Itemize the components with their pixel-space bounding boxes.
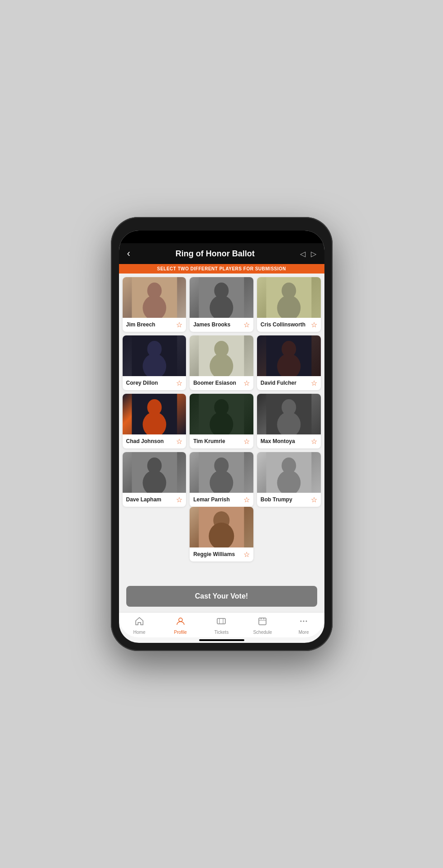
player-card-boomer-esiason[interactable]: Boomer Esiason ☆ bbox=[190, 335, 253, 390]
svg-rect-43 bbox=[259, 618, 266, 625]
prev-arrow[interactable]: ◁ bbox=[300, 250, 305, 258]
profile-label: Profile bbox=[174, 630, 187, 635]
player-info-bob-trumpy: Bob Trumpy ☆ bbox=[257, 493, 321, 507]
player-name-james-brooks: James Brooks bbox=[193, 321, 242, 329]
player-photo-dave-lapham bbox=[123, 452, 186, 493]
player-name-chad-johnson: Chad Johnson bbox=[126, 438, 175, 445]
player-card-dave-lapham[interactable]: Dave Lapham ☆ bbox=[123, 452, 186, 507]
player-info-lemar-parrish: Lemar Parrish ☆ bbox=[190, 493, 253, 507]
player-name-bob-trumpy: Bob Trumpy bbox=[261, 496, 309, 504]
notch bbox=[195, 232, 249, 241]
last-row: Reggie Williams ☆ bbox=[123, 507, 321, 561]
players-grid-container[interactable]: Jim Breech ☆ James Brooks ☆ Cris Collins… bbox=[119, 274, 324, 580]
player-card-bob-trumpy[interactable]: Bob Trumpy ☆ bbox=[257, 452, 321, 507]
star-james-brooks[interactable]: ☆ bbox=[243, 321, 250, 329]
schedule-icon bbox=[257, 616, 267, 628]
player-info-boomer-esiason: Boomer Esiason ☆ bbox=[190, 376, 253, 390]
player-info-dave-lapham: Dave Lapham ☆ bbox=[123, 493, 186, 507]
home-label: Home bbox=[133, 630, 146, 635]
star-cris-collinsworth[interactable]: ☆ bbox=[311, 321, 317, 329]
bottom-nav: Home Profile Tickets Schedule More bbox=[119, 612, 324, 637]
star-bob-trumpy[interactable]: ☆ bbox=[311, 495, 317, 504]
svg-point-47 bbox=[300, 621, 302, 622]
nav-item-profile[interactable]: Profile bbox=[160, 613, 201, 637]
player-card-reggie-williams[interactable]: Reggie Williams ☆ bbox=[190, 507, 253, 561]
player-info-david-fulcher: David Fulcher ☆ bbox=[257, 376, 321, 390]
player-name-max-montoya: Max Montoya bbox=[261, 438, 309, 445]
player-name-boomer-esiason: Boomer Esiason bbox=[193, 380, 242, 387]
star-reggie-williams[interactable]: ☆ bbox=[243, 550, 250, 559]
vote-button[interactable]: Cast Your Vote! bbox=[126, 586, 317, 607]
nav-item-home[interactable]: Home bbox=[119, 613, 160, 637]
player-card-corey-dillon[interactable]: Corey Dillon ☆ bbox=[123, 335, 186, 390]
profile-icon bbox=[176, 616, 186, 628]
player-card-lemar-parrish[interactable]: Lemar Parrish ☆ bbox=[190, 452, 253, 507]
app-header: ‹ Ring of Honor Ballot ◁ ▷ bbox=[119, 243, 324, 264]
svg-point-49 bbox=[306, 621, 307, 622]
player-card-max-montoya[interactable]: Max Montoya ☆ bbox=[257, 394, 321, 448]
player-name-dave-lapham: Dave Lapham bbox=[126, 496, 175, 504]
svg-rect-40 bbox=[217, 618, 225, 624]
svg-point-39 bbox=[179, 618, 182, 622]
player-name-lemar-parrish: Lemar Parrish bbox=[193, 496, 242, 504]
star-jim-breech[interactable]: ☆ bbox=[176, 321, 182, 329]
nav-arrows: ◁ ▷ bbox=[300, 250, 316, 258]
star-max-montoya[interactable]: ☆ bbox=[311, 437, 317, 446]
star-david-fulcher[interactable]: ☆ bbox=[311, 379, 317, 387]
phone-screen: ‹ Ring of Honor Ballot ◁ ▷ SELECT TWO DI… bbox=[119, 231, 324, 643]
back-button[interactable]: ‹ bbox=[127, 248, 130, 259]
player-card-chad-johnson[interactable]: Chad Johnson ☆ bbox=[123, 394, 186, 448]
next-arrow[interactable]: ▷ bbox=[311, 250, 316, 258]
player-photo-cris-collinsworth bbox=[257, 277, 321, 318]
player-card-tim-krumrie[interactable]: Tim Krumrie ☆ bbox=[190, 394, 253, 448]
more-label: More bbox=[299, 630, 309, 635]
player-info-cris-collinsworth: Cris Collinsworth ☆ bbox=[257, 318, 321, 332]
player-photo-tim-krumrie bbox=[190, 394, 253, 434]
player-info-corey-dillon: Corey Dillon ☆ bbox=[123, 376, 186, 390]
player-photo-reggie-williams bbox=[190, 507, 253, 547]
player-photo-bob-trumpy bbox=[257, 452, 321, 493]
player-name-tim-krumrie: Tim Krumrie bbox=[193, 438, 242, 445]
player-info-tim-krumrie: Tim Krumrie ☆ bbox=[190, 434, 253, 448]
vote-container: Cast Your Vote! bbox=[119, 580, 324, 612]
player-name-reggie-williams: Reggie Williams bbox=[193, 551, 242, 558]
home-icon bbox=[134, 616, 144, 628]
player-photo-max-montoya bbox=[257, 394, 321, 434]
player-photo-boomer-esiason bbox=[190, 335, 253, 376]
svg-point-48 bbox=[303, 621, 305, 622]
phone-frame: ‹ Ring of Honor Ballot ◁ ▷ SELECT TWO DI… bbox=[111, 217, 333, 651]
player-photo-lemar-parrish bbox=[190, 452, 253, 493]
star-lemar-parrish[interactable]: ☆ bbox=[243, 495, 250, 504]
star-dave-lapham[interactable]: ☆ bbox=[176, 495, 182, 504]
star-boomer-esiason[interactable]: ☆ bbox=[243, 379, 250, 387]
schedule-label: Schedule bbox=[253, 630, 272, 635]
player-card-cris-collinsworth[interactable]: Cris Collinsworth ☆ bbox=[257, 277, 321, 332]
page-title: Ring of Honor Ballot bbox=[130, 249, 300, 259]
player-info-jim-breech: Jim Breech ☆ bbox=[123, 318, 186, 332]
player-info-james-brooks: James Brooks ☆ bbox=[190, 318, 253, 332]
status-bar bbox=[119, 231, 324, 243]
player-info-chad-johnson: Chad Johnson ☆ bbox=[123, 434, 186, 448]
nav-item-tickets[interactable]: Tickets bbox=[201, 613, 242, 637]
player-photo-david-fulcher bbox=[257, 335, 321, 376]
player-photo-jim-breech bbox=[123, 277, 186, 318]
nav-item-more[interactable]: More bbox=[283, 613, 324, 637]
player-card-david-fulcher[interactable]: David Fulcher ☆ bbox=[257, 335, 321, 390]
player-info-max-montoya: Max Montoya ☆ bbox=[257, 434, 321, 448]
star-corey-dillon[interactable]: ☆ bbox=[176, 379, 182, 387]
selection-banner: SELECT TWO DIFFERENT PLAYERS FOR SUBMISS… bbox=[119, 264, 324, 274]
player-name-jim-breech: Jim Breech bbox=[126, 321, 175, 329]
player-name-corey-dillon: Corey Dillon bbox=[126, 380, 175, 387]
nav-item-schedule[interactable]: Schedule bbox=[242, 613, 283, 637]
player-card-jim-breech[interactable]: Jim Breech ☆ bbox=[123, 277, 186, 332]
tickets-label: Tickets bbox=[214, 630, 229, 635]
star-chad-johnson[interactable]: ☆ bbox=[176, 437, 182, 446]
tickets-icon bbox=[216, 616, 226, 628]
player-name-cris-collinsworth: Cris Collinsworth bbox=[261, 321, 309, 329]
star-tim-krumrie[interactable]: ☆ bbox=[243, 437, 250, 446]
player-name-david-fulcher: David Fulcher bbox=[261, 380, 309, 387]
player-photo-corey-dillon bbox=[123, 335, 186, 376]
player-card-james-brooks[interactable]: James Brooks ☆ bbox=[190, 277, 253, 332]
player-photo-james-brooks bbox=[190, 277, 253, 318]
more-icon bbox=[299, 616, 309, 628]
